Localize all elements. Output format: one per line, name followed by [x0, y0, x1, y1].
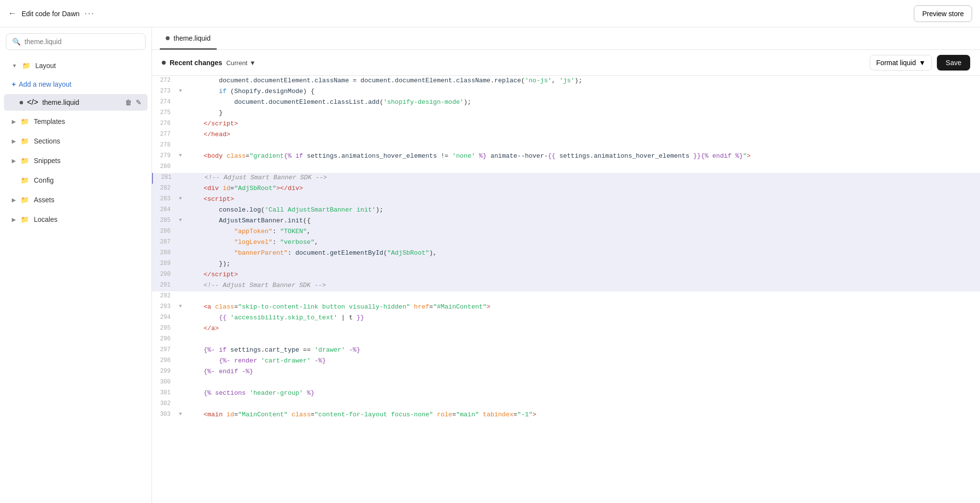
changes-left: Recent changes Current ▼	[162, 59, 256, 67]
edit-file-button[interactable]: ✎	[136, 98, 142, 106]
sidebar-item-assets[interactable]: ▶ 📁 Assets	[4, 191, 148, 209]
search-input[interactable]	[25, 38, 139, 46]
delete-file-button[interactable]: 🗑	[125, 98, 132, 106]
table-row: 302	[152, 399, 980, 410]
topbar: ← Edit code for Dawn ··· Preview store	[0, 0, 980, 27]
table-row: 273 ▼ if (Shopify.designMode) {	[152, 87, 980, 97]
plus-icon: +	[12, 80, 16, 88]
table-row: 300	[152, 378, 980, 388]
code-editor[interactable]: 272 document.documentElement.className =…	[152, 76, 980, 503]
editor-area: theme.liquid Recent changes Current ▼ Fo…	[152, 27, 980, 503]
chevron-right-icon: ▶	[12, 197, 16, 203]
search-box: 🔍	[6, 33, 146, 50]
folder-icon: 📁	[21, 176, 29, 184]
table-row: 283 ▼ <script>	[152, 194, 980, 205]
table-row: 275 }	[152, 108, 980, 119]
sidebar-item-snippets[interactable]: ▶ 📁 Snippets	[4, 152, 148, 169]
sidebar-item-label: Config	[34, 176, 53, 184]
current-badge[interactable]: Current ▼	[226, 59, 255, 67]
sidebar-item-label: Sections	[34, 137, 60, 145]
format-chevron-icon: ▼	[919, 59, 926, 67]
sidebar-item-label: Snippets	[34, 157, 60, 165]
table-row: 281 <!-- Adjust Smart Banner SDK -->	[152, 173, 980, 184]
topbar-left: ← Edit code for Dawn ···	[8, 8, 95, 19]
folder-icon: 📁	[21, 118, 29, 125]
table-row: 296	[152, 335, 980, 345]
table-row: 272 document.documentElement.className =…	[152, 76, 980, 87]
table-row: 279 ▼ <body class="gradient{% if setting…	[152, 151, 980, 162]
table-row: 298 {%- render 'cart-drawer' -%}	[152, 356, 980, 367]
changes-right: Format liquid ▼ Save	[870, 55, 970, 71]
folder-icon: 📁	[21, 137, 29, 145]
sidebar-item-templates[interactable]: ▶ 📁 Templates	[4, 113, 148, 130]
sidebar-item-config[interactable]: ▶ 📁 Config	[4, 171, 148, 189]
search-icon: 🔍	[12, 38, 21, 46]
file-item-left: </> theme.liquid	[20, 98, 79, 107]
chevron-right-icon: ▶	[12, 119, 16, 125]
folder-icon: 📁	[21, 196, 29, 204]
sidebar-item-locales[interactable]: ▶ 📁 Locales	[4, 211, 148, 228]
table-row: 297 {%- if settings.cart_type == 'drawer…	[152, 345, 980, 356]
table-row: 284 console.log('Call AdjustSmartBanner …	[152, 205, 980, 216]
tab-modified-dot	[166, 36, 170, 40]
table-row: 288 "bannerParent": document.getElementB…	[152, 248, 980, 259]
table-row: 292	[152, 291, 980, 302]
sidebar-item-label: Layout	[35, 62, 56, 70]
table-row: 289 });	[152, 259, 980, 270]
add-layout-label: Add a new layout	[19, 80, 71, 88]
sidebar: 🔍 ▼ 📁 Layout + Add a new layout </> them…	[0, 27, 152, 503]
tab-theme-liquid[interactable]: theme.liquid	[160, 27, 217, 49]
table-row: 299 {%- endif -%}	[152, 367, 980, 378]
tab-label: theme.liquid	[174, 34, 211, 42]
more-options-button[interactable]: ···	[84, 8, 95, 19]
page-title: Edit code for Dawn	[22, 10, 79, 18]
table-row: 280	[152, 162, 980, 173]
chevron-right-icon: ▶	[12, 158, 16, 164]
format-label: Format liquid	[876, 59, 916, 67]
add-layout-button[interactable]: + Add a new layout	[4, 76, 148, 92]
table-row: 274 document.documentElement.classList.a…	[152, 97, 980, 108]
table-row: 278	[152, 141, 980, 151]
table-row: 277 </head>	[152, 130, 980, 141]
format-liquid-button[interactable]: Format liquid ▼	[870, 55, 932, 71]
folder-icon: 📁	[21, 216, 29, 223]
table-row: 303 ▼ <main id="MainContent" class="cont…	[152, 410, 980, 421]
table-row: 295 </a>	[152, 324, 980, 335]
changes-bar: Recent changes Current ▼ Format liquid ▼…	[152, 50, 980, 76]
code-icon: </>	[27, 98, 38, 107]
table-row: 286 "appToken": "TOKEN",	[152, 227, 980, 238]
tab-bar: theme.liquid	[152, 27, 980, 50]
table-row: 290 </script>	[152, 270, 980, 281]
table-row: 294 {{ 'accessibility.skip_to_text' | t …	[152, 313, 980, 324]
table-row: 285 ▼ AdjustSmartBanner.init({	[152, 216, 980, 227]
current-label: Current	[226, 59, 247, 67]
sidebar-item-sections[interactable]: ▶ 📁 Sections	[4, 132, 148, 150]
file-modified-dot	[20, 101, 23, 104]
file-item-theme-liquid[interactable]: </> theme.liquid 🗑 ✎	[4, 94, 148, 111]
sidebar-item-layout[interactable]: ▼ 📁 Layout	[4, 57, 148, 74]
file-actions: 🗑 ✎	[125, 98, 142, 106]
preview-store-button[interactable]: Preview store	[914, 5, 972, 22]
table-row: 291 <!-- Adjust Smart Banner SDK -->	[152, 281, 980, 291]
file-name: theme.liquid	[42, 98, 79, 106]
table-row: 301 {% sections 'header-group' %}	[152, 388, 980, 399]
current-chevron-icon: ▼	[250, 59, 256, 67]
sidebar-item-label: Locales	[34, 216, 57, 223]
back-icon[interactable]: ←	[8, 8, 17, 19]
table-row: 287 "logLevel": "verbose",	[152, 238, 980, 248]
main-layout: 🔍 ▼ 📁 Layout + Add a new layout </> them…	[0, 27, 980, 503]
sidebar-item-label: Templates	[34, 118, 65, 125]
table-row: 282 <div id="AdjSbRoot"></div>	[152, 184, 980, 194]
recent-changes-label: Recent changes	[170, 59, 222, 67]
table-row: 276 </script>	[152, 119, 980, 130]
folder-icon: 📁	[22, 62, 30, 70]
chevron-right-icon: ▶	[12, 216, 16, 223]
table-row: 293 ▼ <a class="skip-to-content-link but…	[152, 302, 980, 313]
sidebar-item-label: Assets	[34, 196, 54, 204]
chevron-right-icon: ▶	[12, 138, 16, 144]
changes-dot	[162, 61, 166, 65]
folder-icon: 📁	[21, 157, 29, 165]
chevron-down-icon: ▼	[12, 63, 17, 69]
save-button[interactable]: Save	[937, 55, 970, 71]
